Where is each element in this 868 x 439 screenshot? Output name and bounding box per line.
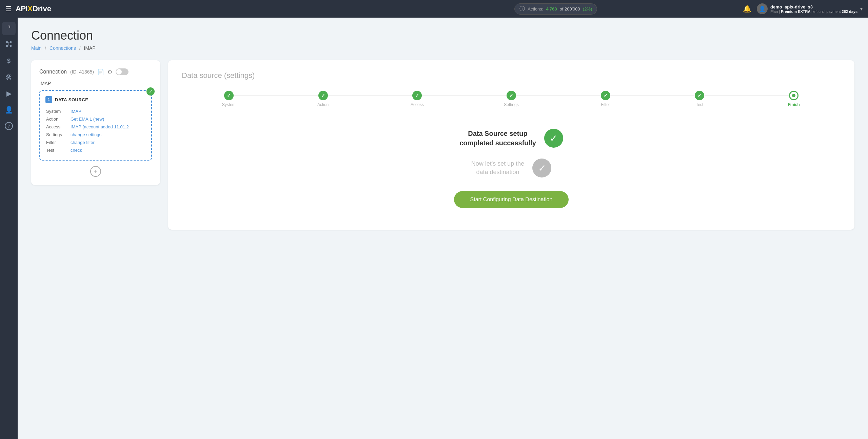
user-name: demo_apix-drive_s3 [770, 4, 857, 9]
hamburger-menu[interactable]: ☰ [5, 5, 12, 13]
settings-icon[interactable]: ⚙ [107, 69, 112, 75]
sidebar-item-tools[interactable]: 🛠 [2, 70, 16, 84]
step-circle-finish [789, 91, 798, 100]
actions-badge: ⓘ Actions: 4'768 of 200'000 (2%) [514, 3, 597, 15]
ds-card-title-sub: (settings) [224, 71, 255, 80]
step-label-action: Action [317, 102, 329, 107]
right-card: Data source (settings) ✓ System ✓ Action [168, 60, 854, 230]
step-access: ✓ Access [370, 91, 464, 107]
step-label-filter: Filter [601, 102, 610, 107]
breadcrumb-sep2: / [79, 45, 81, 51]
actions-label: Actions: [528, 6, 543, 12]
start-configuring-button[interactable]: Start Configuring Data Destination [454, 191, 569, 208]
row-value[interactable]: change settings [71, 131, 145, 138]
row-value[interactable]: IMAP (account added 11.01.2 [71, 123, 145, 130]
avatar: 👤 [757, 3, 768, 14]
step-settings: ✓ Settings [464, 91, 558, 107]
breadcrumb-sep1: / [45, 45, 46, 51]
breadcrumb: Main / Connections / IMAP [31, 45, 854, 51]
logo-drive: Drive [33, 4, 51, 13]
table-row: Test check [46, 147, 145, 154]
step-label-finish: Finish [788, 102, 800, 107]
step-finish: Finish [747, 91, 841, 107]
row-label: Access [46, 123, 70, 130]
ds-check-icon: ✓ [146, 87, 155, 96]
billing-icon: $ [7, 58, 11, 65]
sidebar-item-billing[interactable]: $ [2, 54, 16, 68]
svg-rect-0 [6, 41, 8, 43]
sidebar-item-dashboard[interactable]: ⌝ [2, 22, 16, 35]
logo-api: API [16, 4, 27, 13]
sidebar: ⌝ $ 🛠 ▶ 👤 [0, 18, 18, 439]
tools-icon: 🛠 [5, 74, 12, 81]
actions-pct: (2%) [583, 6, 592, 12]
step-label-access: Access [411, 102, 424, 107]
svg-rect-3 [10, 45, 12, 47]
connection-toggle[interactable] [116, 68, 129, 75]
row-value[interactable]: Get EMAIL (new) [71, 116, 145, 123]
table-row: System IMAP [46, 108, 145, 115]
user-menu[interactable]: 👤 demo_apix-drive_s3 Plan | Premium EXTR… [757, 3, 863, 14]
page-title: Connection [31, 28, 854, 43]
dashboard-icon: ⌝ [7, 24, 11, 33]
connection-title: Connection [39, 69, 67, 75]
table-row: Settings change settings [46, 131, 145, 138]
row-value[interactable]: IMAP [71, 108, 145, 115]
connection-id: (ID: 41365) [70, 69, 94, 75]
status-success-row: Data Source setupcompleted successfully … [459, 129, 563, 148]
row-value[interactable]: check [71, 147, 145, 154]
page-content: Connection Main / Connections / IMAP Con… [18, 18, 868, 439]
status-success-icon: ✓ [544, 129, 563, 148]
row-value[interactable]: change filter [71, 139, 145, 146]
ds-table: System IMAP Action Get EMAIL (new) Acces… [45, 107, 146, 154]
table-row: Access IMAP (account added 11.01.2 [46, 123, 145, 130]
user-details: demo_apix-drive_s3 Plan | Premium EXTRA|… [770, 4, 857, 14]
breadcrumb-main[interactable]: Main [31, 45, 41, 51]
svg-rect-1 [10, 41, 12, 43]
add-data-source-button[interactable]: + [90, 166, 101, 177]
ds-card-title: Data source (settings) [182, 71, 841, 80]
status-next-text: Now let's set up thedata destination [471, 160, 525, 176]
ds-card-title-main: Data source [182, 71, 222, 80]
status-next-icon: ✓ [532, 159, 551, 177]
breadcrumb-connections[interactable]: Connections [50, 45, 76, 51]
step-filter: ✓ Filter [558, 91, 653, 107]
sidebar-item-account[interactable]: 👤 [2, 103, 16, 117]
info-icon: ⓘ [519, 5, 525, 13]
add-btn-row: + [39, 166, 152, 177]
row-label: Settings [46, 131, 70, 138]
status-success-text: Data Source setupcompleted successfully [459, 129, 536, 148]
status-section: Data Source setupcompleted successfully … [182, 123, 841, 219]
step-label-settings: Settings [504, 102, 518, 107]
account-icon: 👤 [5, 106, 13, 114]
step-circle-test: ✓ [695, 91, 704, 100]
row-label: Test [46, 147, 70, 154]
logo: API X Drive [16, 4, 51, 13]
breadcrumb-current: IMAP [84, 45, 96, 51]
sidebar-item-help[interactable]: ? [2, 119, 16, 133]
ds-title: DATA SOURCE [55, 97, 88, 102]
row-label: System [46, 108, 70, 115]
step-label-system: System [222, 102, 236, 107]
connections-icon [5, 40, 13, 49]
notifications-bell-icon[interactable]: 🔔 [743, 5, 751, 13]
step-system: ✓ System [182, 91, 276, 107]
table-row: Filter change filter [46, 139, 145, 146]
left-card: Connection (ID: 41365) 📄 ⚙ IMAP ✓ 1 DATA… [31, 60, 160, 185]
actions-used: 4'768 [546, 6, 557, 12]
top-nav: ☰ API X Drive ⓘ Actions: 4'768 of 200'00… [0, 0, 868, 18]
sidebar-item-connections[interactable] [2, 38, 16, 51]
connection-header: Connection (ID: 41365) 📄 ⚙ [39, 68, 152, 75]
actions-total: of 200'000 [559, 6, 580, 12]
step-circle-system: ✓ [224, 91, 234, 100]
svg-rect-2 [6, 45, 8, 47]
ds-number: 1 [45, 96, 52, 103]
step-circle-action: ✓ [318, 91, 328, 100]
step-test: ✓ Test [653, 91, 747, 107]
data-source-box: ✓ 1 DATA SOURCE System IMAP Action Get E… [39, 90, 152, 161]
sidebar-item-media[interactable]: ▶ [2, 87, 16, 100]
chevron-down-icon: ▾ [860, 6, 863, 12]
document-icon[interactable]: 📄 [97, 69, 104, 75]
step-label-test: Test [696, 102, 703, 107]
cards-row: Connection (ID: 41365) 📄 ⚙ IMAP ✓ 1 DATA… [31, 60, 854, 230]
